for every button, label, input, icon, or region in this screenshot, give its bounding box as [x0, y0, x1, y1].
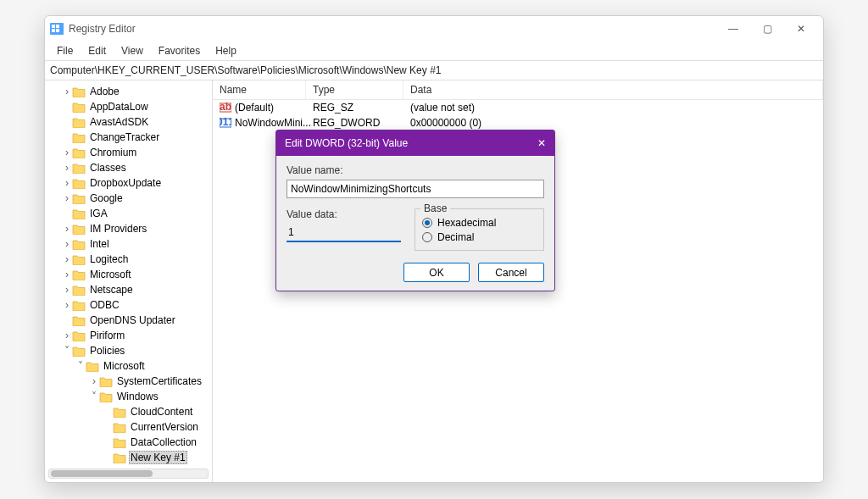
tree-pane[interactable]: ›Adobe·AppDataLow·AvastAdSDK·ChangeTrack… [45, 80, 213, 482]
address-bar[interactable]: Computer\HKEY_CURRENT_USER\Software\Poli… [45, 60, 823, 80]
tree-node[interactable]: ›Netscape [45, 282, 212, 297]
radio-decimal[interactable]: Decimal [422, 231, 537, 243]
tree-node[interactable]: ›Intel [45, 236, 212, 252]
tree-node[interactable]: ˅Windows [45, 389, 212, 404]
tree-node[interactable]: ˅Policies [45, 343, 212, 358]
chevron-right-icon[interactable]: › [62, 253, 72, 265]
folder-icon [72, 224, 86, 235]
tree-node-label[interactable]: IM Providers [88, 223, 148, 235]
tree-node-label[interactable]: IGA [88, 208, 109, 219]
col-data[interactable]: Data [403, 80, 823, 99]
chevron-right-icon[interactable]: › [62, 147, 72, 158]
ok-button[interactable]: OK [403, 263, 470, 282]
dialog-titlebar[interactable]: Edit DWORD (32-bit) Value ✕ [276, 130, 554, 156]
tree-node-label[interactable]: Windows [115, 391, 160, 402]
dialog-title: Edit DWORD (32-bit) Value [285, 137, 515, 149]
minimize-button[interactable]: — [716, 17, 750, 41]
chevron-right-icon[interactable]: › [62, 177, 72, 189]
chevron-right-icon[interactable]: › [62, 299, 72, 311]
menu-edit[interactable]: Edit [81, 43, 113, 58]
tree-node-label[interactable]: New Key #1 [129, 451, 187, 464]
cancel-button[interactable]: Cancel [478, 263, 544, 282]
tree-node[interactable]: ·DataCollection [45, 435, 212, 450]
tree-node-label[interactable]: AvastAdSDK [88, 116, 150, 128]
tree-node[interactable]: ·AppDataLow [45, 99, 212, 114]
tree-node-label[interactable]: DropboxUpdate [88, 177, 163, 189]
menu-view[interactable]: View [114, 43, 150, 58]
tree-scrollbar[interactable] [48, 469, 209, 479]
tree-node-label[interactable]: Microsoft [102, 360, 147, 372]
tree-node-label[interactable]: Netscape [88, 284, 135, 296]
tree-node[interactable]: ·IGA [45, 206, 212, 221]
tree-node-label[interactable]: Classes [88, 162, 128, 174]
folder-icon [99, 376, 113, 387]
tree-node-label[interactable]: OpenDNS Updater [88, 314, 177, 326]
column-headers[interactable]: Name Type Data [213, 80, 823, 100]
tree-node[interactable]: ›Microsoft [45, 267, 212, 282]
tree-node[interactable]: ›SystemCertificates [45, 374, 212, 389]
chevron-down-icon[interactable]: ˅ [75, 360, 86, 372]
tree-node-label[interactable]: Policies [88, 345, 126, 357]
tree-node[interactable]: ·ChangeTracker [45, 130, 212, 145]
dialog-body: Value name: Value data: Base Hexadecimal… [276, 156, 554, 291]
value-data-field[interactable] [287, 224, 401, 242]
close-button[interactable]: ✕ [784, 17, 818, 41]
tree-node[interactable]: ·AvastAdSDK [45, 114, 212, 130]
chevron-right-icon[interactable]: › [62, 223, 72, 235]
radio-hexadecimal[interactable]: Hexadecimal [422, 217, 537, 229]
menu-favorites[interactable]: Favorites [152, 43, 207, 58]
tree-node-label[interactable]: ChangeTracker [88, 131, 161, 143]
tree-node[interactable]: ›Logitech [45, 252, 212, 267]
tree-node[interactable]: ·New Key #1 [45, 450, 212, 465]
tree-node-label[interactable]: Google [88, 192, 125, 204]
chevron-right-icon[interactable]: › [89, 375, 99, 387]
tree-node[interactable]: ›Adobe [45, 84, 212, 99]
tree-node-label[interactable]: Chromium [88, 147, 138, 158]
tree-node[interactable]: ›ODBC [45, 297, 212, 313]
chevron-right-icon[interactable]: › [62, 86, 72, 97]
tree-node[interactable]: ·CloudContent [45, 404, 212, 419]
tree-node-label[interactable]: CurrentVersion [129, 421, 200, 433]
col-name[interactable]: Name [213, 80, 306, 99]
tree-node[interactable]: ›DropboxUpdate [45, 175, 212, 191]
tree-node-label[interactable]: CloudContent [129, 406, 194, 418]
tree-scroll-thumb[interactable] [51, 470, 153, 477]
tree-node-label[interactable]: Adobe [88, 86, 121, 97]
titlebar[interactable]: Registry Editor — ▢ ✕ [45, 16, 823, 42]
value-row[interactable]: (Default)REG_SZ(value not set) [213, 100, 823, 115]
chevron-right-icon[interactable]: › [62, 284, 72, 296]
tree-node[interactable]: ›IM Providers [45, 221, 212, 236]
chevron-right-icon[interactable]: › [62, 192, 72, 204]
chevron-down-icon[interactable]: ˅ [62, 345, 72, 357]
tree-node[interactable]: ·OpenDNS Updater [45, 313, 212, 328]
folder-icon [99, 391, 113, 402]
maximize-button[interactable]: ▢ [750, 17, 784, 41]
tree-node-label[interactable]: DataCollection [129, 436, 198, 448]
tree-node[interactable]: ·CurrentVersion [45, 419, 212, 435]
tree-node-label[interactable]: ODBC [88, 299, 121, 311]
chevron-right-icon[interactable]: › [62, 269, 72, 280]
tree-node[interactable]: ˅Microsoft [45, 358, 212, 374]
col-type[interactable]: Type [306, 80, 403, 99]
chevron-right-icon[interactable]: › [62, 238, 72, 250]
tree-node[interactable]: ›Classes [45, 160, 212, 175]
radio-dot-icon [422, 218, 432, 228]
value-row[interactable]: NoWindowMini...REG_DWORD0x00000000 (0) [213, 115, 823, 130]
value-name-field[interactable] [287, 180, 544, 198]
menu-file[interactable]: File [50, 43, 80, 58]
tree-node-label[interactable]: Intel [88, 238, 111, 250]
tree-node[interactable]: ›Chromium [45, 145, 212, 160]
tree-node-label[interactable]: Microsoft [88, 269, 133, 280]
menu-help[interactable]: Help [209, 43, 243, 58]
tree-node[interactable]: ›Piriform [45, 328, 212, 343]
tree-node-label[interactable]: AppDataLow [88, 101, 150, 113]
folder-icon [72, 147, 86, 158]
chevron-right-icon[interactable]: › [62, 162, 72, 174]
dialog-close-button[interactable]: ✕ [515, 137, 546, 149]
chevron-right-icon[interactable]: › [62, 330, 72, 341]
tree-node-label[interactable]: Piriform [88, 330, 126, 341]
chevron-down-icon[interactable]: ˅ [89, 391, 99, 402]
tree-node-label[interactable]: SystemCertificates [115, 375, 203, 387]
tree-node[interactable]: ›Google [45, 191, 212, 206]
tree-node-label[interactable]: Logitech [88, 253, 130, 265]
